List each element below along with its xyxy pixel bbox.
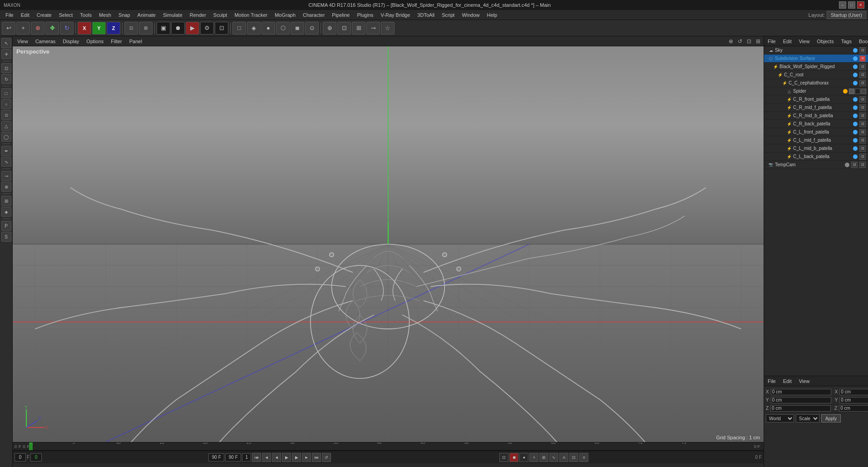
left-tool-cylinder[interactable]: ⊙ — [1, 110, 11, 120]
left-tool-move[interactable]: ✛ — [1, 49, 11, 59]
left-tool-sphere[interactable]: ○ — [1, 99, 11, 109]
obj-item-l-mid-f[interactable]: ⚡ C_L_mid_f_patella ⊡ — [764, 136, 868, 144]
vp-icon-3[interactable]: ⊡ — [745, 38, 753, 45]
tool-snap-4[interactable]: ⊸ — [366, 22, 380, 35]
om-menu-objects[interactable]: Objects — [815, 38, 835, 45]
r-mid-f-btn[interactable]: ⊡ — [859, 104, 866, 111]
menu-file[interactable]: File — [2, 11, 17, 19]
tool-scale[interactable]: ✥ — [45, 22, 59, 35]
obj-item-cephalothorax[interactable]: ⚡ C_C_cephalothorax ⊡ — [764, 79, 868, 87]
tool-move[interactable]: ⊕ — [31, 22, 44, 35]
subdiv-btn1[interactable]: ✕ — [859, 55, 866, 62]
am-menu-edit[interactable]: Edit — [781, 378, 794, 385]
tool-render-settings[interactable]: ⚙ — [200, 22, 214, 35]
tool-snap-3[interactable]: ⊞ — [352, 22, 365, 35]
btn-play-reverse[interactable]: ◄ — [272, 453, 281, 462]
btn-add-keyframe[interactable]: + — [529, 453, 538, 462]
left-tool-bezier[interactable]: ∿ — [1, 157, 11, 167]
attr-field-z2[interactable] — [839, 405, 868, 412]
l-front-btn[interactable]: ⊡ — [859, 129, 866, 135]
close-btn[interactable]: ✕ — [857, 1, 864, 9]
fps-input[interactable] — [208, 453, 224, 462]
attr-field-y2[interactable] — [839, 397, 868, 403]
tempcam-btn2[interactable]: ⊡ — [859, 162, 866, 168]
left-tool-layer[interactable]: ⊞ — [1, 196, 11, 206]
am-menu-file[interactable]: File — [766, 378, 778, 385]
obj-item-l-back[interactable]: ⚡ C_L_back_patella ⊡ — [764, 153, 868, 161]
menu-vray[interactable]: V-Ray Bridge — [377, 11, 414, 19]
obj-item-sky[interactable]: ☁ Sky ⊡ — [764, 46, 868, 55]
vp-menu-options[interactable]: Options — [84, 38, 106, 45]
minimize-btn[interactable]: – — [839, 1, 846, 9]
maximize-btn[interactable]: □ — [848, 1, 855, 9]
menu-pipeline[interactable]: Pipeline — [328, 11, 353, 19]
tool-render-view[interactable]: ⏺ — [171, 22, 185, 35]
tool-z[interactable]: Z — [107, 22, 120, 35]
attr-field-x2[interactable] — [839, 389, 868, 395]
tool-display-2[interactable]: ◈ — [247, 22, 261, 35]
btn-record-auto[interactable]: ● — [519, 453, 528, 462]
btn-play-forward[interactable]: ▶ — [292, 453, 301, 462]
coord-scale-dropdown[interactable]: Scale — [796, 414, 819, 422]
spider-root-btn[interactable]: ⊡ — [859, 64, 866, 70]
viewport-canvas[interactable]: Perspective Grid Spacing : 1 cm X Y Z — [13, 46, 764, 442]
obj-item-spider-root[interactable]: ⚡ Black_Wolf_Spider_Rigged ⊡ — [764, 63, 868, 71]
vp-menu-cameras[interactable]: Cameras — [33, 38, 59, 45]
obj-item-l-front[interactable]: ⚡ C_L_front_patella ⊡ — [764, 128, 868, 136]
tool-x[interactable]: X — [78, 22, 91, 35]
vp-menu-panel[interactable]: Panel — [127, 38, 145, 45]
left-tool-paint[interactable]: ◈ — [1, 207, 11, 217]
tool-display-6[interactable]: ⊙ — [305, 22, 319, 35]
om-menu-edit[interactable]: Edit — [781, 38, 794, 45]
tool-render-team[interactable]: ⊡ — [215, 22, 228, 35]
vp-icon-4[interactable]: ⊞ — [755, 38, 762, 45]
apply-button[interactable]: Apply — [821, 414, 841, 422]
tool-render[interactable]: ▶ — [186, 22, 199, 35]
menu-window[interactable]: Window — [458, 11, 483, 19]
menu-plugins[interactable]: Plugins — [353, 11, 377, 19]
menu-mesh[interactable]: Mesh — [95, 11, 115, 19]
menu-mograph[interactable]: MoGraph — [271, 11, 299, 19]
vp-menu-filter[interactable]: Filter — [108, 38, 124, 45]
tempcam-btn1[interactable]: ⊡ — [851, 162, 858, 168]
cc-root-btn[interactable]: ⊡ — [859, 72, 866, 78]
frame-step-input[interactable] — [242, 453, 251, 462]
attr-field-y[interactable] — [771, 397, 831, 403]
tool-snap-2[interactable]: ⊡ — [337, 22, 351, 35]
menu-3dtoall[interactable]: 3DToAll — [414, 11, 438, 19]
coord-world-dropdown[interactable]: World Object Camera — [766, 414, 794, 422]
btn-next-key[interactable]: ► — [302, 453, 311, 462]
left-tool-pen[interactable]: ✒ — [1, 146, 11, 156]
vp-menu-display[interactable]: Display — [60, 38, 82, 45]
end-frame-input[interactable] — [225, 453, 241, 462]
r-front-btn[interactable]: ⊡ — [859, 96, 866, 103]
r-mid-b-btn[interactable]: ⊡ — [859, 113, 866, 119]
tool-parent[interactable]: ⊞ — [139, 22, 153, 35]
om-menu-book[interactable]: Book — [857, 38, 868, 45]
menu-sculpt[interactable]: Sculpt — [210, 11, 231, 19]
left-tool-script[interactable]: S — [1, 232, 11, 242]
om-menu-tags[interactable]: Tags — [839, 38, 853, 45]
obj-item-l-mid-b[interactable]: ⚡ C_L_mid_b_patella ⊡ — [764, 144, 868, 153]
btn-prev-key[interactable]: ◄ — [262, 453, 271, 462]
frame-start-input[interactable] — [15, 453, 26, 462]
l-mid-b-btn[interactable]: ⊡ — [859, 145, 866, 152]
btn-skip-end[interactable]: ⏭ — [312, 453, 321, 462]
left-tool-magnet[interactable]: ⊕ — [1, 182, 11, 192]
spider-mesh-btn1[interactable] — [849, 89, 854, 94]
om-menu-view[interactable]: View — [797, 38, 812, 45]
obj-item-tempcam[interactable]: 📷 TempCam ⊡ ⊡ — [764, 161, 868, 169]
l-mid-f-btn[interactable]: ⊡ — [859, 137, 866, 144]
tool-snap-1[interactable]: ⊕ — [323, 22, 336, 35]
vp-icon-1[interactable]: ⊕ — [727, 38, 735, 45]
om-menu-file[interactable]: File — [766, 38, 778, 45]
vp-icon-2[interactable]: ↺ — [736, 38, 744, 45]
menu-help[interactable]: Help — [483, 11, 501, 19]
tool-undo[interactable]: ↩ — [2, 22, 15, 35]
tool-display-3[interactable]: ● — [261, 22, 275, 35]
left-tool-knife[interactable]: ⊸ — [1, 171, 11, 181]
cephalothorax-btn[interactable]: ⊡ — [859, 80, 866, 86]
menu-create[interactable]: Create — [33, 11, 55, 19]
sky-btn1[interactable]: ⊡ — [859, 47, 866, 54]
tool-rotate[interactable]: ↻ — [60, 22, 74, 35]
